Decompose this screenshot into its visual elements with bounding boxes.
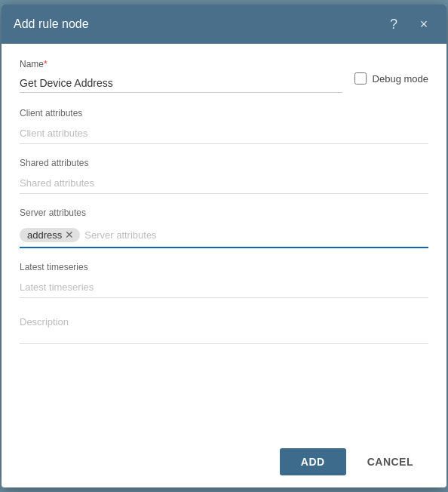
debug-mode-group: Debug mode [354,59,428,85]
cancel-button[interactable]: CANCEL [352,448,428,475]
debug-mode-checkbox[interactable] [354,72,367,85]
server-attributes-tags-wrapper: address ✕ [20,223,428,248]
latest-timeseries-group: Latest timeseries [20,262,428,298]
close-button[interactable]: × [413,14,434,35]
shared-attributes-group: Shared attributes [20,158,428,194]
help-button[interactable]: ? [383,14,404,35]
name-label: Name* [20,59,342,69]
dialog-header: Add rule node ? × [2,5,446,44]
add-rule-node-dialog: Add rule node ? × Name* Debug mode Clien… [2,5,446,487]
dialog-footer: ADD CANCEL [2,439,446,487]
header-actions: ? × [383,14,434,35]
dialog-body: Name* Debug mode Client attributes Share… [2,44,446,439]
latest-timeseries-input[interactable] [20,277,428,298]
name-field: Name* [20,59,342,93]
server-attributes-label: Server attributes [20,208,428,218]
client-attributes-label: Client attributes [20,108,428,118]
debug-mode-label: Debug mode [373,73,428,85]
client-attributes-input[interactable] [20,123,428,144]
client-attributes-group: Client attributes [20,108,428,144]
top-row: Name* Debug mode [20,59,428,93]
name-input[interactable] [20,74,342,93]
address-tag: address ✕ [20,228,80,242]
server-attributes-group: Server attributes address ✕ [20,208,428,248]
dialog-title: Add rule node [14,17,89,31]
tag-remove-button[interactable]: ✕ [65,229,74,240]
latest-timeseries-label: Latest timeseries [20,262,428,272]
add-button[interactable]: ADD [280,448,346,475]
server-attributes-input[interactable] [84,229,428,241]
description-group [20,312,428,347]
description-input[interactable] [20,312,428,344]
tag-text: address [27,229,62,241]
shared-attributes-input[interactable] [20,173,428,194]
shared-attributes-label: Shared attributes [20,158,428,168]
